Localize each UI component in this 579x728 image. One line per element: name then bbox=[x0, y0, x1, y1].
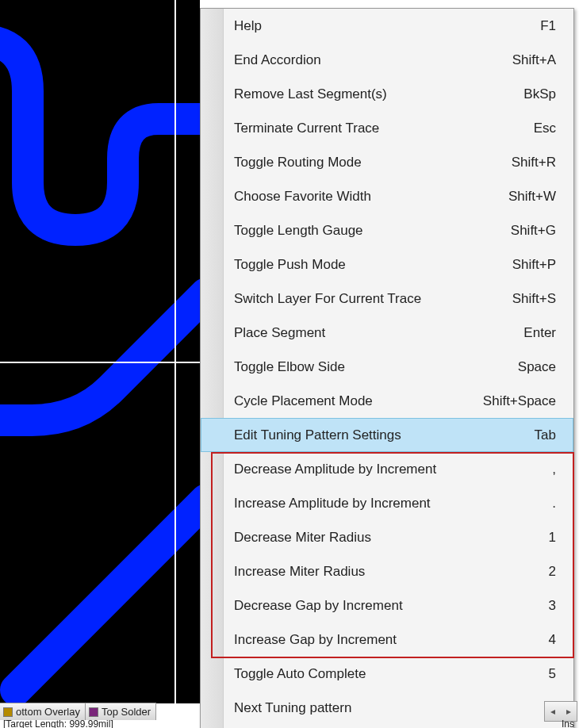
menu-item-shortcut: Shift+A bbox=[512, 43, 556, 77]
menu-item-label: Decrease Amplitude by Increment bbox=[234, 452, 436, 486]
menu-item-shortcut: Shift+P bbox=[512, 247, 556, 282]
menu-item-shortcut: . bbox=[552, 486, 556, 520]
tab-top-solder[interactable]: Top Solder bbox=[86, 703, 156, 720]
menu-item-label: Increase Miter Radius bbox=[234, 554, 365, 588]
status-target-length: [Target Length: 999.99mil] bbox=[3, 718, 113, 728]
swatch-icon bbox=[3, 707, 13, 717]
menu-item[interactable]: End AccordionShift+A bbox=[201, 43, 573, 77]
menu-item[interactable]: Increase Gap by Increment4 bbox=[201, 623, 573, 657]
menu-item-shortcut: Enter bbox=[523, 316, 556, 350]
menu-item[interactable]: Cycle Placement ModeShift+Space bbox=[201, 384, 573, 418]
pcb-canvas[interactable] bbox=[0, 0, 200, 703]
menu-item-shortcut: 4 bbox=[549, 623, 556, 657]
scroll-left-icon[interactable]: ◂ bbox=[547, 706, 558, 717]
menu-item-label: Cycle Placement Mode bbox=[234, 384, 373, 418]
menu-item-shortcut: Shift+S bbox=[512, 282, 556, 316]
tab-label: Top Solder bbox=[102, 706, 151, 718]
menu-item-label: Remove Last Segment(s) bbox=[234, 77, 387, 111]
menu-item[interactable]: Decrease Miter Radius1 bbox=[201, 520, 573, 554]
menu-item-shortcut: Shift+G bbox=[511, 213, 556, 247]
menu-item-shortcut: 1 bbox=[549, 520, 556, 554]
menu-item[interactable]: Toggle Elbow SideSpace bbox=[201, 350, 573, 384]
tab-bottom-overlay[interactable]: ottom Overlay bbox=[0, 703, 86, 720]
menu-item-label: Next Tuning pattern bbox=[234, 691, 351, 725]
menu-item-shortcut: 5 bbox=[549, 657, 556, 691]
layer-tabs: ottom Overlay Top Solder bbox=[0, 703, 156, 720]
menu-item-shortcut: 2 bbox=[549, 554, 556, 588]
menu-item-label: Decrease Gap by Increment bbox=[234, 588, 403, 623]
menu-item[interactable]: Edit Tuning Pattern SettingsTab bbox=[201, 418, 573, 452]
menu-item-label: Toggle Amplitude Direction bbox=[234, 725, 393, 728]
menu-item-label: Switch Layer For Current Trace bbox=[234, 282, 421, 316]
menu-item-label: Toggle Length Gauge bbox=[234, 213, 363, 247]
menu-item[interactable]: Choose Favorite WidthShift+W bbox=[201, 179, 573, 213]
trace-graphic bbox=[0, 0, 200, 703]
menu-item-label: Edit Tuning Pattern Settings bbox=[234, 418, 401, 452]
tab-label: ottom Overlay bbox=[16, 706, 80, 718]
grid-line-h bbox=[0, 362, 200, 363]
menu-item[interactable]: Terminate Current TraceEsc bbox=[201, 111, 573, 145]
menu-item-label: Toggle Elbow Side bbox=[234, 350, 345, 384]
menu-item[interactable]: Toggle Routing ModeShift+R bbox=[201, 145, 573, 179]
grid-line-v bbox=[174, 0, 176, 703]
menu-item-label: Help bbox=[234, 9, 262, 43]
menu-item[interactable]: Remove Last Segment(s)BkSp bbox=[201, 77, 573, 111]
menu-item-label: End Accordion bbox=[234, 43, 321, 77]
menu-item-shortcut: 3 bbox=[549, 588, 556, 623]
menu-item-label: Toggle Routing Mode bbox=[234, 145, 362, 179]
menu-item[interactable]: Next Tuning patternP bbox=[201, 691, 573, 725]
swatch-icon bbox=[89, 707, 98, 717]
menu-item[interactable]: Toggle Push ModeShift+P bbox=[201, 247, 573, 282]
menu-item-shortcut: Shift+Space bbox=[483, 384, 556, 418]
menu-item[interactable]: Toggle Auto Complete5 bbox=[201, 657, 573, 691]
menu-item-shortcut: Shift+W bbox=[508, 179, 556, 213]
menu-item-shortcut: Shift+R bbox=[512, 145, 556, 179]
menu-item[interactable]: Switch Layer For Current TraceShift+S bbox=[201, 282, 573, 316]
menu-item-shortcut: Esc bbox=[534, 111, 556, 145]
menu-item-shortcut: , bbox=[552, 452, 556, 486]
menu-item[interactable]: Toggle Amplitude DirectionY bbox=[201, 725, 573, 728]
menu-item-label: Place Segment bbox=[234, 316, 325, 350]
menu-item-label: Choose Favorite Width bbox=[234, 179, 371, 213]
app-stage: HelpF1End AccordionShift+ARemove Last Se… bbox=[0, 0, 579, 728]
menu-item[interactable]: Place SegmentEnter bbox=[201, 316, 573, 350]
menu-item-label: Toggle Push Mode bbox=[234, 247, 346, 282]
menu-item[interactable]: Decrease Gap by Increment3 bbox=[201, 588, 573, 623]
menu-item-shortcut: F1 bbox=[540, 9, 556, 43]
menu-item-label: Toggle Auto Complete bbox=[234, 657, 366, 691]
menu-item-shortcut: Y bbox=[547, 725, 556, 728]
menu-item[interactable]: Increase Miter Radius2 bbox=[201, 554, 573, 588]
menu-item[interactable]: Toggle Length GaugeShift+G bbox=[201, 213, 573, 247]
menu-item-label: Increase Amplitude by Increment bbox=[234, 486, 431, 520]
menu-item-label: Increase Gap by Increment bbox=[234, 623, 397, 657]
context-menu: HelpF1End AccordionShift+ARemove Last Se… bbox=[200, 8, 574, 728]
menu-item[interactable]: Increase Amplitude by Increment. bbox=[201, 486, 573, 520]
menu-item-shortcut: Space bbox=[518, 350, 556, 384]
menu-item-shortcut: BkSp bbox=[523, 77, 556, 111]
status-ins: Ins bbox=[562, 718, 574, 728]
menu-item-shortcut: Tab bbox=[535, 418, 556, 452]
menu-item-label: Terminate Current Trace bbox=[234, 111, 379, 145]
menu-item[interactable]: Decrease Amplitude by Increment, bbox=[201, 452, 573, 486]
scroll-right-icon[interactable]: ▸ bbox=[563, 706, 574, 717]
menu-item[interactable]: HelpF1 bbox=[201, 9, 573, 43]
menu-item-label: Decrease Miter Radius bbox=[234, 520, 371, 554]
